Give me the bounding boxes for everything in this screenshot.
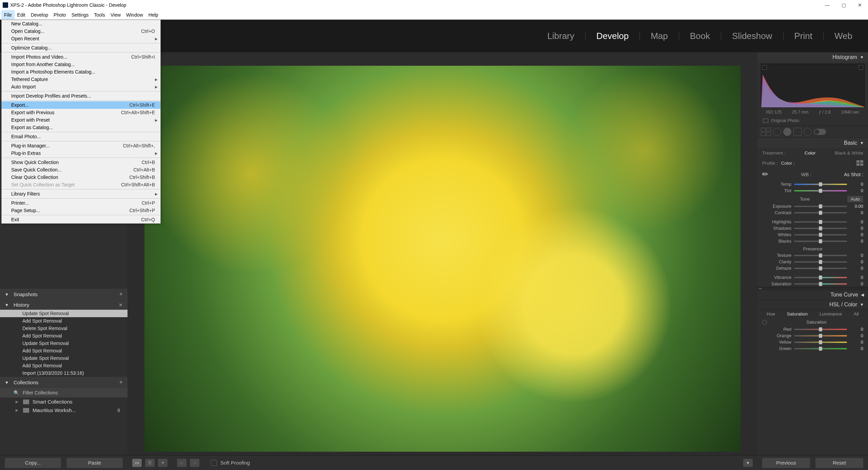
slider-knob[interactable] — [819, 226, 822, 230]
history-item[interactable]: Update Spot Removal — [0, 340, 127, 347]
paste-button[interactable]: Paste — [66, 458, 123, 468]
slider-orange[interactable]: Orange0 — [757, 332, 868, 339]
menu-window[interactable]: Window — [123, 10, 146, 19]
menu-item-new-catalog[interactable]: New Catalog... — [2, 20, 160, 27]
slider-knob[interactable] — [819, 233, 822, 237]
tone-curve-header[interactable]: Tone Curve◀ — [757, 290, 868, 300]
menu-item-optimize-catalog[interactable]: Optimize Catalog... — [2, 44, 160, 52]
menu-settings[interactable]: Settings — [69, 10, 92, 19]
clear-history-icon[interactable]: ✕ — [119, 302, 123, 308]
wb-value[interactable]: As Shot : — [844, 172, 863, 177]
menu-item-open-catalog[interactable]: Open Catalog...Ctrl+O — [2, 27, 160, 35]
toolbar-options-icon[interactable]: ▾ — [743, 459, 753, 467]
hsl-tab-hue[interactable]: Hue — [767, 311, 775, 316]
panel-handle[interactable] — [757, 287, 868, 290]
history-item[interactable]: Add Spot Removal — [0, 332, 127, 340]
filter-collections-row[interactable]: 🔍 Filter Collections — [0, 388, 127, 397]
slider-yellow[interactable]: Yellow0 — [757, 339, 868, 345]
slider-knob[interactable] — [819, 211, 822, 215]
histogram-header[interactable]: Histogram▼ — [757, 52, 868, 62]
menu-item-auto-import[interactable]: Auto Import▶ — [2, 83, 160, 90]
menu-item-export-with-preset[interactable]: Export with Preset▶ — [2, 116, 160, 124]
menu-item-show-quick-collection[interactable]: Show Quick CollectionCtrl+B — [2, 159, 160, 166]
slider-knob[interactable] — [819, 220, 822, 224]
slider-knob[interactable] — [819, 260, 822, 264]
menu-item-export[interactable]: Export...Ctrl+Shift+E — [2, 101, 160, 109]
history-item[interactable]: Update Spot Removal — [0, 310, 127, 317]
reset-button[interactable]: Reset — [815, 458, 863, 468]
original-photo-row[interactable]: Original Photo — [757, 117, 868, 126]
redeye-tool-icon[interactable] — [783, 128, 791, 136]
slider-whites[interactable]: Whites0 — [757, 231, 868, 238]
before-after-icon[interactable]: ☰ — [145, 459, 155, 467]
next-photo-icon[interactable]: → — [190, 459, 199, 467]
menu-item-import-develop-profiles-and-presets[interactable]: Import Develop Profiles and Presets... — [2, 92, 160, 100]
slider-contrast[interactable]: Contrast0 — [757, 209, 868, 216]
hsl-color-header[interactable]: HSL / Color▼ — [757, 300, 868, 309]
history-item[interactable]: Add Spot Removal — [0, 317, 127, 325]
slider-knob[interactable] — [819, 204, 822, 208]
histogram[interactable] — [761, 64, 865, 108]
menu-item-import-from-another-catalog[interactable]: Import from Another Catalog... — [2, 61, 160, 68]
menu-item-page-setup[interactable]: Page Setup...Ctrl+Shift+P — [2, 207, 160, 214]
previous-button[interactable]: Previous — [762, 458, 810, 468]
crop-tool-icon[interactable] — [761, 128, 771, 136]
module-library[interactable]: Library — [545, 31, 576, 41]
collection-row[interactable]: ▶Mauritius Worksh...8 — [0, 406, 127, 414]
slider-clarity[interactable]: Clarity0 — [757, 259, 868, 265]
slider-green[interactable]: Green0 — [757, 345, 868, 352]
slider-temp[interactable]: Temp0 — [757, 181, 868, 187]
slider-knob[interactable] — [819, 253, 822, 258]
menu-item-save-quick-collection[interactable]: Save Quick Collection...Ctrl+Alt+B — [2, 166, 160, 173]
minimize-button[interactable]: — — [819, 0, 835, 10]
slider-highlights[interactable]: Highlights0 — [757, 219, 868, 225]
copy-button[interactable]: Copy... — [5, 458, 61, 468]
slider-knob[interactable] — [819, 282, 822, 286]
menu-item-import-a-photoshop-elements-catalog[interactable]: Import a Photoshop Elements Catalog... — [2, 68, 160, 76]
slider-knob[interactable] — [819, 182, 822, 186]
menu-item-email-photo[interactable]: Email Photo... — [2, 133, 160, 140]
menu-view[interactable]: View — [108, 10, 123, 19]
menu-help[interactable]: Help — [146, 10, 161, 19]
slider-knob[interactable] — [819, 275, 822, 280]
menu-develop[interactable]: Develop — [28, 10, 51, 19]
treatment-color[interactable]: Color — [805, 150, 815, 156]
slider-knob[interactable] — [819, 327, 822, 331]
history-item[interactable]: Add Spot Removal — [0, 362, 127, 369]
menu-file[interactable]: File — [1, 10, 15, 19]
close-button[interactable]: ✕ — [852, 0, 868, 10]
history-item[interactable]: Import (13/03/2020 11:53:16) — [0, 369, 127, 377]
menu-item-tethered-capture[interactable]: Tethered Capture▶ — [2, 76, 160, 83]
image-stage[interactable] — [127, 52, 757, 455]
slider-tint[interactable]: Tint0 — [757, 187, 868, 194]
maximize-button[interactable]: ▢ — [835, 0, 852, 10]
module-develop[interactable]: Develop — [594, 31, 631, 41]
slider-blacks[interactable]: Blacks0 — [757, 238, 868, 244]
profile-browser-icon[interactable] — [856, 160, 863, 166]
menu-item-export-with-previous[interactable]: Export with PreviousCtrl+Alt+Shift+E — [2, 109, 160, 116]
basic-panel-header[interactable]: Basic▼ — [757, 138, 868, 148]
history-panel-header[interactable]: ▼History ✕ — [0, 300, 127, 310]
treatment-bw[interactable]: Black & White — [835, 150, 863, 156]
photo-preview[interactable] — [144, 66, 741, 452]
hsl-tab-luminance[interactable]: Luminance — [820, 311, 842, 316]
menu-item-plug-in-extras[interactable]: Plug-in Extras▶ — [2, 149, 160, 157]
highlight-clip-icon[interactable] — [859, 65, 863, 70]
module-web[interactable]: Web — [832, 31, 854, 41]
module-book[interactable]: Book — [688, 31, 712, 41]
menu-item-import-photos-and-video[interactable]: Import Photos and Video...Ctrl+Shift+I — [2, 53, 160, 61]
menu-item-printer[interactable]: Printer...Ctrl+P — [2, 199, 160, 207]
menu-edit[interactable]: Edit — [15, 10, 28, 19]
profile-row[interactable]: Profile : Color : — [757, 158, 868, 168]
slider-red[interactable]: Red0 — [757, 326, 868, 332]
module-map[interactable]: Map — [649, 31, 670, 41]
slider-knob[interactable] — [819, 334, 822, 338]
prev-photo-icon[interactable]: ← — [177, 459, 186, 467]
radial-filter-icon[interactable] — [804, 128, 812, 136]
history-item[interactable]: Update Spot Removal — [0, 354, 127, 362]
menu-item-clear-quick-collection[interactable]: Clear Quick CollectionCtrl+Shift+B — [2, 173, 160, 181]
module-slideshow[interactable]: Slideshow — [730, 31, 774, 41]
slider-knob[interactable] — [819, 189, 822, 193]
module-print[interactable]: Print — [792, 31, 814, 41]
slider-knob[interactable] — [819, 347, 822, 351]
